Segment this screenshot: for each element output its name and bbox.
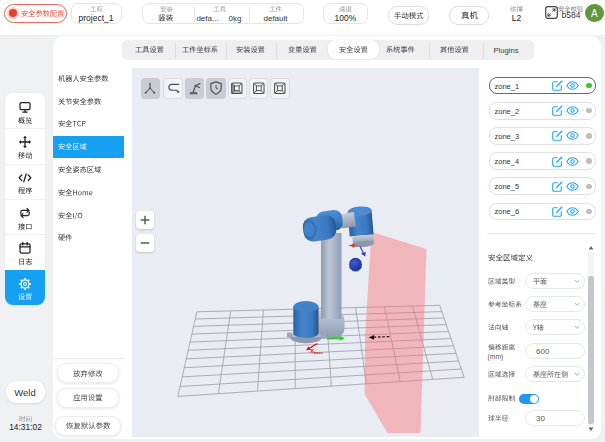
- svg-text:Xbase: Xbase: [309, 348, 324, 355]
